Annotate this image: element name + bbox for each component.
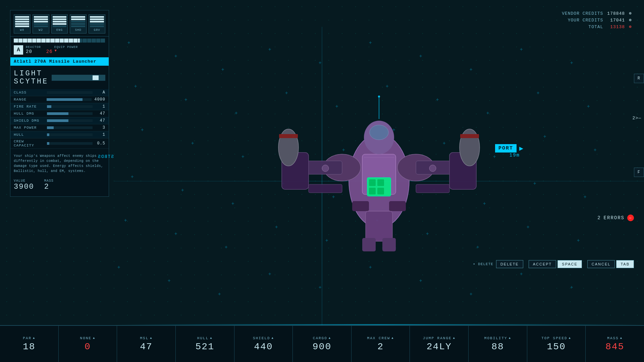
svg-rect-29 [416, 184, 449, 193]
svg-point-27 [429, 165, 436, 172]
top-speed-sort-icon[interactable]: ▲ [569, 337, 571, 340]
none-value: 0 [85, 342, 91, 352]
jump-range-label: JUMP RANGE [423, 336, 452, 340]
cargo-sort-icon[interactable]: ▲ [329, 337, 331, 340]
shield-label: SHIELD [253, 336, 270, 340]
msl-sort-icon[interactable]: ▲ [150, 337, 152, 340]
stat-none: NONE ▲ 0 [59, 326, 117, 362]
stat-hull-bottom: HULL ▲ 521 [176, 326, 234, 362]
shield-sort-icon[interactable]: ▲ [271, 337, 274, 340]
svg-rect-19 [382, 238, 396, 251]
cargo-label: CARGO [313, 336, 327, 340]
jump-range-sort-icon[interactable]: ▲ [453, 337, 455, 340]
ship-model [262, 67, 496, 285]
stat-msl: MSL ▲ 47 [117, 326, 176, 362]
hull-bottom-value: 521 [196, 342, 214, 352]
none-sort-icon[interactable]: ▲ [93, 337, 95, 340]
svg-rect-3 [369, 179, 376, 186]
stat-max-crew: MAX CREW ▲ 2 [352, 326, 410, 362]
svg-rect-24 [352, 201, 369, 211]
mobility-value: 88 [491, 342, 504, 352]
max-crew-sort-icon[interactable]: ▲ [391, 337, 394, 340]
stat-mass-bottom: MASS ▲ 845 [586, 326, 644, 362]
svg-rect-17 [366, 211, 392, 241]
max-crew-value: 2 [377, 342, 384, 352]
par-label: PAR [23, 336, 32, 340]
ship-viewport [114, 27, 644, 325]
stat-shield: SHIELD ▲ 440 [234, 326, 293, 362]
stat-cargo: CARGO ▲ 900 [293, 326, 352, 362]
svg-rect-18 [362, 238, 376, 251]
bottom-stats-bar: PAR ▲ 18 NONE ▲ 0 MSL ▲ 47 HULL ▲ 521 SH… [0, 325, 644, 362]
svg-rect-15 [279, 134, 298, 138]
svg-rect-25 [389, 201, 406, 211]
msl-value: 47 [140, 342, 153, 352]
svg-rect-4 [377, 179, 384, 186]
par-value: 18 [23, 342, 36, 352]
svg-rect-28 [309, 184, 342, 193]
top-speed-label: TOP SPEED [541, 336, 567, 340]
stat-par: PAR ▲ 18 [0, 326, 59, 362]
none-label: NONE [80, 336, 92, 340]
svg-point-26 [322, 165, 329, 172]
max-crew-label: MAX CREW [367, 336, 390, 340]
mass-bottom-value: 845 [605, 342, 624, 352]
svg-rect-6 [377, 188, 384, 194]
svg-point-23 [378, 96, 380, 98]
svg-rect-5 [369, 188, 376, 194]
shield-value: 440 [254, 342, 273, 352]
mass-bottom-label: MASS [607, 336, 619, 340]
par-sort-icon[interactable]: ▲ [33, 337, 35, 340]
hull-sort-icon[interactable]: ▲ [210, 337, 212, 340]
jump-range-value: 24LY [427, 342, 452, 352]
stat-top-speed: TOP SPEED ▲ 150 [527, 326, 586, 362]
svg-rect-16 [460, 134, 479, 138]
svg-point-21 [370, 125, 388, 140]
mobility-label: MOBILITY [484, 336, 507, 340]
stat-mobility: MOBILITY ▲ 88 [469, 326, 527, 362]
top-speed-value: 150 [547, 342, 566, 352]
stat-jump-range: JUMP RANGE ▲ 24LY [410, 326, 469, 362]
mobility-sort-icon[interactable]: ▲ [509, 337, 511, 340]
mass-sort-icon[interactable]: ▲ [620, 337, 623, 340]
msl-label: MSL [140, 336, 149, 340]
cargo-value: 900 [313, 342, 331, 352]
hull-bottom-label: HULL [197, 336, 209, 340]
